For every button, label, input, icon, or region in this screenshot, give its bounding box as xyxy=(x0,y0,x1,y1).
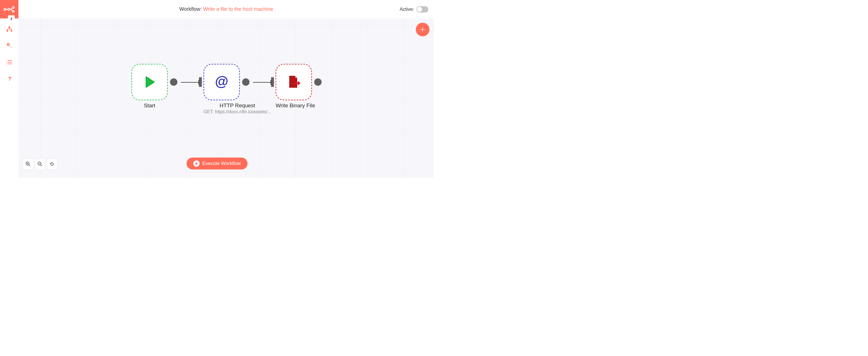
svg-point-9 xyxy=(8,44,9,45)
active-label: Active: xyxy=(400,6,414,12)
zoom-controls xyxy=(23,159,57,170)
sidebar-help-icon[interactable]: ? xyxy=(6,76,12,82)
node-label: Start xyxy=(131,102,168,109)
file-export-icon xyxy=(286,75,301,89)
plus-icon xyxy=(420,26,426,33)
at-sign-icon: @ xyxy=(214,75,229,89)
workflow-title-prefix: Workflow: xyxy=(179,6,203,12)
svg-point-3 xyxy=(12,10,14,12)
zoom-in-icon xyxy=(26,161,31,167)
svg-text:@: @ xyxy=(215,75,228,89)
execute-label: Execute Workflow xyxy=(203,161,241,166)
svg-rect-7 xyxy=(10,30,12,31)
node-output-port[interactable] xyxy=(170,78,177,86)
workflow-title-name[interactable]: Write a file to the host machine xyxy=(203,6,273,12)
svg-rect-5 xyxy=(8,26,10,28)
connector[interactable] xyxy=(181,82,202,83)
node-http-request[interactable]: @ HTTP Request GET: https://docs.n8n.io/… xyxy=(204,64,271,114)
connector[interactable] xyxy=(253,82,274,83)
sidebar: 123 ? xyxy=(0,0,19,178)
topbar: Workflow: Write a file to the host machi… xyxy=(19,0,434,19)
zoom-out-button[interactable] xyxy=(35,159,45,170)
node-start[interactable]: Start xyxy=(131,64,168,109)
workflow-canvas[interactable]: Start @ HTTP Request GET: https://docs.n… xyxy=(19,19,434,178)
node-sublabel: GET: https://docs.n8n.io/assets/... xyxy=(204,109,271,114)
n8n-logo-icon xyxy=(3,3,15,15)
zoom-out-icon xyxy=(37,161,42,167)
node-output-port[interactable] xyxy=(242,78,249,86)
zoom-in-button[interactable] xyxy=(23,159,33,170)
node-write-binary-file[interactable]: Write Binary File xyxy=(276,64,315,109)
svg-point-2 xyxy=(12,6,14,8)
svg-line-25 xyxy=(40,165,42,166)
play-icon xyxy=(143,75,156,89)
node-input-port[interactable] xyxy=(271,77,274,87)
svg-point-0 xyxy=(4,8,6,10)
execute-workflow-button[interactable]: Execute Workflow xyxy=(186,157,248,170)
expand-sidebar-button[interactable] xyxy=(8,15,15,22)
sidebar-workflows-icon[interactable] xyxy=(6,26,12,32)
node-output-port[interactable] xyxy=(314,78,321,86)
chevron-right-icon xyxy=(10,17,13,20)
play-circle-icon xyxy=(193,160,199,167)
active-toggle[interactable] xyxy=(416,6,428,12)
workflow-title: Workflow: Write a file to the host machi… xyxy=(179,6,273,12)
sidebar-credentials-icon[interactable] xyxy=(6,43,12,49)
svg-rect-6 xyxy=(6,30,8,31)
node-input-port[interactable] xyxy=(199,77,202,87)
svg-point-1 xyxy=(8,8,10,10)
node-label: Write Binary File xyxy=(276,102,315,109)
svg-text:3: 3 xyxy=(6,63,8,65)
node-label: HTTP Request xyxy=(204,102,271,109)
undo-icon xyxy=(50,161,55,167)
active-toggle-group: Active: xyxy=(400,0,428,19)
svg-text:?: ? xyxy=(8,76,11,82)
reset-zoom-button[interactable] xyxy=(46,159,57,170)
add-node-button[interactable] xyxy=(416,23,430,36)
sidebar-executions-icon[interactable]: 123 xyxy=(6,59,12,65)
svg-line-21 xyxy=(29,165,30,166)
